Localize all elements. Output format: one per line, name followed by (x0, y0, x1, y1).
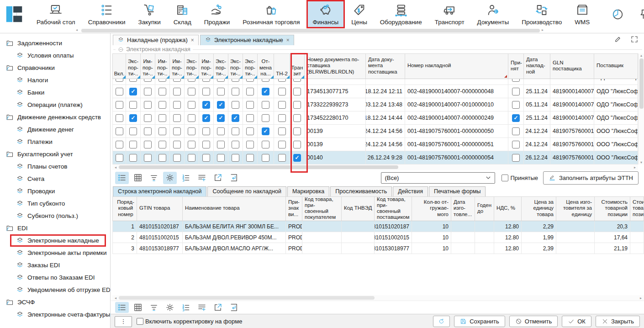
row-checkbox[interactable] (173, 88, 181, 95)
column-header-inv_date[interactable]: Дата наклад- ной (524, 53, 550, 79)
row-checkbox[interactable] (188, 114, 195, 122)
row-checkbox[interactable] (278, 88, 286, 95)
invoice-row[interactable]: ✓0013924.12.24 14:56001-4819075760001-00… (112, 125, 638, 138)
grid-filter-button[interactable] (147, 172, 161, 184)
row-checkbox[interactable] (217, 154, 225, 162)
collapse-icon[interactable] (118, 47, 124, 53)
row-checkbox[interactable] (116, 114, 123, 122)
row-checkbox[interactable] (262, 101, 269, 109)
row-checkbox[interactable]: ✓ (129, 114, 137, 122)
column-header-doc_date[interactable]: Дата доку- мента поставщика (366, 53, 405, 79)
row-checkbox[interactable] (158, 141, 166, 148)
nav-item-finance[interactable]: Финансы (306, 0, 345, 28)
invoice-row[interactable]: ✓0014026.12.24 9:28001-4819075760001-000… (112, 151, 638, 164)
refresh-button[interactable] (433, 316, 450, 327)
row-checkbox[interactable] (188, 79, 195, 82)
row-checkbox[interactable] (232, 101, 239, 109)
row-checkbox[interactable]: ✓ (217, 101, 225, 109)
detail-tab-marking[interactable]: Маркировка (287, 186, 329, 196)
scrollbar-thumb[interactable] (119, 165, 398, 169)
row-checkbox[interactable] (116, 141, 123, 148)
column-header-check-7[interactable]: Экс- пор- ти-.. (214, 53, 228, 79)
row-checkbox[interactable] (173, 154, 181, 162)
row-checkbox[interactable] (246, 88, 254, 95)
row-checkbox[interactable] (188, 127, 195, 135)
scroll-left-icon[interactable]: ◂ (112, 296, 119, 300)
row-checkbox[interactable] (217, 127, 225, 135)
detail-tab-actions[interactable]: Действия (393, 186, 428, 196)
accepted-checkbox[interactable] (512, 154, 520, 162)
sidebar-item-debts[interactable]: Задолженности (0, 37, 69, 49)
detail-grid-grid-view-button[interactable] (131, 302, 145, 313)
filter-dropdown[interactable]: (Все) (381, 172, 495, 184)
accepted-checkbox[interactable] (512, 88, 520, 95)
row-checkbox[interactable] (278, 79, 286, 82)
nav-item-purchases[interactable]: Закупки (132, 0, 167, 28)
row-checkbox[interactable] (158, 79, 166, 82)
row-checkbox[interactable] (232, 127, 239, 135)
column-header-check-3[interactable]: Им- пор- ти-.. (155, 53, 170, 79)
column-header-check-1[interactable]: Экс- пор- ти-.. (126, 53, 141, 79)
detail-column-header-6[interactable]: Код товара, при- своенный поставщиком (375, 196, 412, 221)
grid-grid-view-button[interactable] (131, 172, 145, 184)
row-checkbox[interactable] (144, 127, 152, 135)
tab-sales-invoices[interactable]: Накладные (продажа)× (113, 35, 199, 45)
sidebar-item-money-movement[interactable]: Движение денег (10, 123, 81, 136)
row-checkbox[interactable] (262, 114, 269, 122)
scrollbar-thumb[interactable] (81, 29, 540, 32)
row-checkbox[interactable] (293, 114, 301, 122)
detail-grid-step-into-button[interactable] (227, 302, 241, 313)
nav-item-production[interactable]: Производство (515, 0, 568, 28)
row-checkbox[interactable] (188, 141, 195, 148)
row-checkbox[interactable] (173, 79, 181, 82)
row-checkbox[interactable]: ✓ (262, 88, 269, 95)
row-checkbox[interactable] (278, 141, 286, 148)
row-checkbox[interactable]: ✓ (202, 114, 210, 122)
nav-item-transport[interactable]: Транспорт (428, 0, 471, 28)
nav-item-equipment[interactable]: Оборудование (374, 0, 428, 28)
column-header-check-6[interactable]: Им- пор- ти-.. (199, 53, 214, 79)
row-checkbox[interactable] (158, 114, 166, 122)
row-checkbox[interactable] (293, 141, 301, 148)
row-checkbox[interactable] (293, 127, 301, 135)
scroll-right-icon[interactable]: ▸ (542, 28, 544, 32)
row-checkbox[interactable] (129, 141, 137, 148)
row-checkbox[interactable] (116, 79, 123, 82)
row-checkbox[interactable] (129, 101, 137, 109)
row-checkbox[interactable]: ✓ (232, 114, 239, 122)
accepted-checkbox[interactable] (512, 127, 520, 135)
column-header-check-5[interactable]: Экс- пор- ти-.. (185, 53, 199, 79)
detail-tab-invoice-message[interactable]: Сообщение по накладной (207, 186, 286, 196)
detail-grid-list-add-button[interactable] (195, 302, 209, 313)
grid-numbered-list-button[interactable] (179, 172, 193, 184)
sidebar-item-edi-order-responses[interactable]: Ответы по Заказам EDI (10, 271, 101, 284)
row-checkbox[interactable] (262, 141, 269, 148)
save-button[interactable]: Сохранить (454, 316, 505, 327)
column-header-doc[interactable]: Номер документа по- ставщика (BLRWBL/BLR… (305, 53, 366, 79)
column-header-check-12[interactable]: Тран зит (290, 53, 305, 79)
row-checkbox[interactable] (202, 79, 210, 82)
invoice-row[interactable]: ✓✓✓✓173452228017018.12.24 14:44002-48190… (112, 111, 638, 125)
detail-column-header-10[interactable]: НДС, % (494, 196, 522, 221)
row-checkbox[interactable] (116, 127, 123, 135)
scroll-left-icon[interactable]: ◂ (76, 28, 78, 32)
scroll-up-icon[interactable]: ▴ (640, 53, 642, 58)
row-checkbox[interactable] (116, 101, 123, 109)
row-checkbox[interactable] (173, 101, 181, 109)
detail-grid-filter-button[interactable] (147, 302, 161, 313)
nav-item-sales[interactable]: Продажи (198, 0, 236, 28)
row-checkbox[interactable] (278, 114, 286, 122)
row-checkbox[interactable] (202, 127, 210, 135)
row-checkbox[interactable] (129, 154, 137, 162)
accepted-checkbox[interactable] (512, 79, 520, 82)
sidebar-item-accounts[interactable]: Счета (10, 173, 51, 185)
row-checkbox[interactable] (246, 127, 254, 135)
detail-column-header-5[interactable]: Код ТНВЭД (342, 196, 375, 221)
row-checkbox[interactable] (129, 127, 137, 135)
detail-tab-print-forms[interactable]: Печатные формы (429, 186, 486, 196)
invoice-line-row[interactable]: 24810151002015БАЛЬЗАМ Д/ВОЛ.РЕВИВОР 450М… (112, 232, 644, 243)
grid-export-button[interactable] (211, 172, 225, 184)
row-checkbox[interactable] (246, 154, 254, 162)
scrollbar-thumb[interactable] (119, 296, 375, 300)
sidebar-item-catalogs[interactable]: Справочники (0, 62, 62, 74)
